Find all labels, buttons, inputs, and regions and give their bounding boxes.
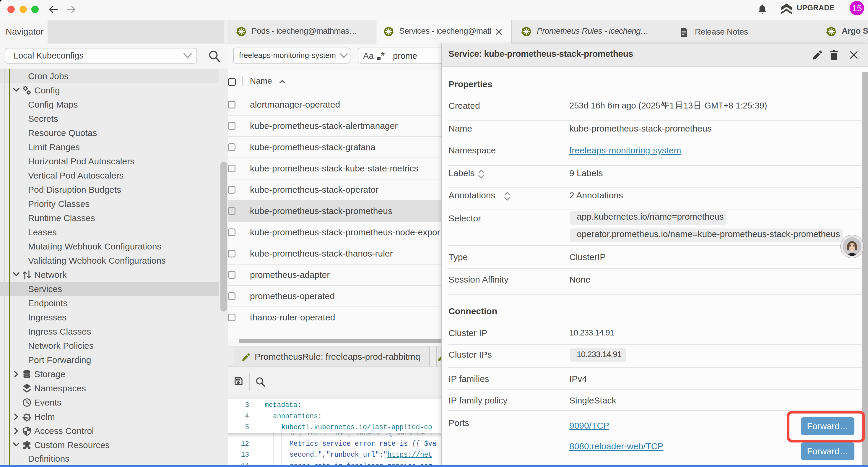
svg-text:HELM: HELM [23,416,31,419]
